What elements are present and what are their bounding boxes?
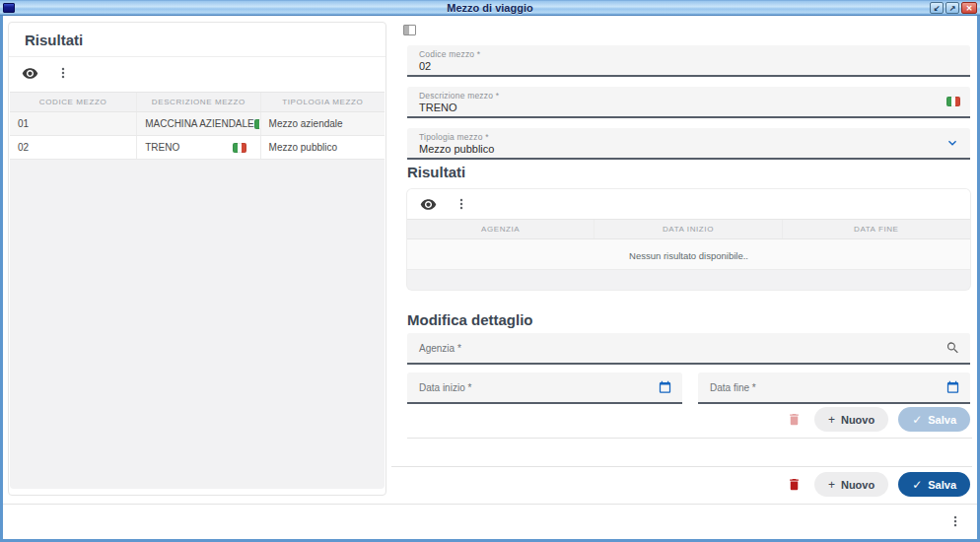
column-header-data-fine: DATA FINE: [783, 220, 970, 238]
tipologia-dropdown-toggle[interactable]: [945, 135, 960, 151]
agenzia-field[interactable]: Agenzia *: [407, 333, 970, 365]
visibility-columns-button[interactable]: [21, 64, 38, 82]
cell-descrizione-text: TRENO: [145, 142, 179, 153]
descrizione-mezzo-label: Descrizione mezzo *: [419, 91, 958, 101]
descrizione-mezzo-field[interactable]: Descrizione mezzo * TRENO: [407, 87, 970, 118]
column-header-codice-mezzo: CODICE MEZZO: [10, 93, 137, 111]
calendar-icon: [945, 380, 960, 395]
vehicles-table-header: CODICE MEZZO DESCRIZIONE MEZZO TIPOLOGIA…: [10, 92, 385, 112]
close-window-button[interactable]: ✕: [961, 2, 977, 14]
vehicles-grid-toolbar: [9, 57, 385, 89]
kebab-menu-icon: [948, 514, 962, 528]
codice-mezzo-field[interactable]: Codice mezzo * 02: [407, 45, 970, 77]
data-fine-field[interactable]: Data fine *: [698, 373, 970, 404]
detail-actions-row: + Nuovo ✓ Salva: [785, 407, 970, 432]
plus-icon: +: [828, 478, 835, 492]
detail-form-title: Modifica dettaglio: [407, 311, 533, 328]
nuovo-detail-label: Nuovo: [841, 414, 875, 426]
data-inizio-field[interactable]: Data inizio *: [407, 373, 682, 404]
cell-descrizione: TRENO: [137, 136, 260, 159]
cell-descrizione-text: MACCHINA AZIENDALE: [145, 118, 254, 129]
data-fine-calendar-button[interactable]: [945, 380, 960, 395]
table-row-vehicle-01[interactable]: 01 MACCHINA AZIENDALE Mezzo aziendale: [10, 112, 385, 136]
calendar-icon: [658, 380, 672, 395]
detail-section-divider: [407, 438, 972, 439]
window-footer-divider: [3, 504, 977, 505]
empty-results-message: Nessun risultato disponibile..: [629, 250, 748, 261]
tipologia-mezzo-value: Mezzo pubblico: [419, 143, 958, 155]
trash-icon: [787, 412, 802, 427]
delete-vehicle-button[interactable]: [785, 475, 805, 495]
agency-grid-toolbar: [407, 189, 970, 219]
agenzia-label: Agenzia *: [419, 337, 958, 361]
agency-results-title: Risultati: [407, 164, 465, 180]
vehicles-results-panel: Risultati CODICE MEZZO DESCRIZIONE MEZZO…: [8, 22, 386, 496]
trash-icon: [787, 477, 802, 492]
cell-tipologia: Mezzo aziendale: [261, 112, 385, 135]
grid-menu-button[interactable]: [453, 195, 470, 213]
window-title: Mezzo di viaggio: [0, 2, 980, 14]
salva-detail-label: Salva: [928, 414, 956, 426]
cell-descrizione: MACCHINA AZIENDALE: [137, 112, 260, 135]
codice-mezzo-value: 02: [419, 60, 958, 72]
agency-table-header: AGENZIA DATA INIZIO DATA FINE: [407, 219, 970, 239]
empty-results-row: Nessun risultato disponibile..: [407, 239, 970, 270]
salva-vehicle-button[interactable]: ✓ Salva: [898, 472, 970, 497]
main-actions-row: + Nuovo ✓ Salva: [785, 472, 970, 497]
kebab-menu-icon: [56, 66, 70, 80]
nuovo-vehicle-button[interactable]: + Nuovo: [814, 472, 888, 497]
data-inizio-calendar-button[interactable]: [658, 380, 672, 395]
salva-detail-button[interactable]: ✓ Salva: [898, 407, 970, 432]
check-icon: ✓: [912, 478, 922, 492]
agenzia-search-button[interactable]: [945, 341, 960, 356]
titlebar: Mezzo di viaggio ↙ ↗ ✕: [0, 0, 980, 16]
plus-icon: +: [828, 413, 835, 427]
agency-results-card: AGENZIA DATA INIZIO DATA FINE Nessun ris…: [407, 189, 970, 290]
chevron-down-icon: [945, 135, 960, 151]
vehicle-detail-panel: Codice mezzo * 02 Descrizione mezzo * TR…: [391, 16, 972, 539]
italy-flag-icon: [254, 119, 261, 129]
check-icon: ✓: [912, 413, 922, 427]
eye-icon: [22, 65, 38, 82]
table-row-vehicle-02[interactable]: 02 TRENO Mezzo pubblico: [10, 136, 385, 160]
cell-codice: 01: [10, 112, 137, 135]
footer-actions-divider: [391, 466, 972, 467]
salva-vehicle-label: Salva: [928, 479, 956, 491]
italy-flag-icon: [946, 97, 960, 106]
delete-detail-button[interactable]: [785, 410, 805, 430]
grid-menu-button[interactable]: [54, 64, 72, 82]
codice-mezzo-label: Codice mezzo *: [419, 49, 958, 59]
tipologia-mezzo-label: Tipologia mezzo *: [419, 132, 958, 142]
maximize-window-button[interactable]: ↗: [945, 2, 959, 14]
nuovo-vehicle-label: Nuovo: [841, 479, 875, 491]
kebab-menu-icon: [455, 197, 468, 211]
vehicles-table: CODICE MEZZO DESCRIZIONE MEZZO TIPOLOGIA…: [10, 92, 385, 489]
italy-flag-icon: [233, 143, 246, 153]
window-content: Risultati CODICE MEZZO DESCRIZIONE MEZZO…: [3, 16, 977, 539]
column-header-descrizione-mezzo: DESCRIZIONE MEZZO: [137, 93, 260, 111]
tipologia-mezzo-select[interactable]: Tipologia mezzo * Mezzo pubblico: [407, 128, 970, 160]
visibility-columns-button[interactable]: [419, 195, 437, 213]
split-view-icon[interactable]: [403, 25, 416, 35]
cell-codice: 02: [10, 136, 137, 159]
column-header-agenzia: AGENZIA: [407, 220, 595, 238]
restore-window-button[interactable]: ↙: [930, 2, 944, 14]
data-fine-label: Data fine *: [710, 376, 958, 400]
vehicles-results-title: Risultati: [9, 23, 385, 57]
footer-menu-button[interactable]: [944, 509, 967, 533]
column-header-tipologia-mezzo: TIPOLOGIA MEZZO: [261, 93, 385, 111]
search-icon: [945, 341, 960, 356]
column-header-data-inizio: DATA INIZIO: [595, 220, 782, 238]
nuovo-detail-button[interactable]: + Nuovo: [814, 407, 888, 432]
eye-icon: [420, 196, 437, 213]
descrizione-mezzo-value: TRENO: [419, 102, 958, 113]
cell-tipologia: Mezzo pubblico: [261, 136, 385, 159]
data-inizio-label: Data inizio *: [419, 376, 670, 400]
